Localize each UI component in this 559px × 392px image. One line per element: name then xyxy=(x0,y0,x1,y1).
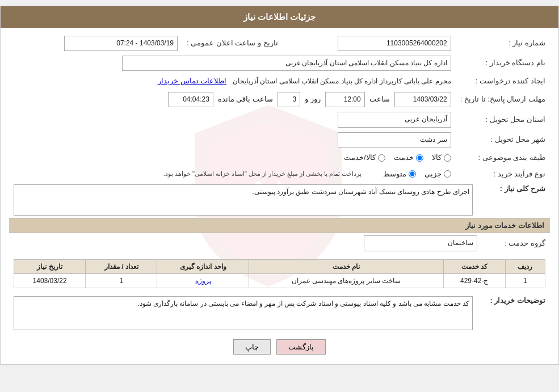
table-cell: ساخت سایر پروژه‌های مهندسی عمران xyxy=(249,273,443,288)
request-number-label: شماره نیاز : xyxy=(456,33,550,53)
radio-kala-khadamat-input[interactable] xyxy=(378,154,385,162)
remaining-label: ساعت باقی مانده xyxy=(218,94,273,106)
province-label: استان محل تحویل : xyxy=(456,109,550,129)
radio-kala-khadamat-label: کالا/خدمت xyxy=(344,152,376,164)
page-title: جزئیات اطلاعات نیاز xyxy=(243,12,316,22)
table-header: کد خدمت xyxy=(443,259,505,273)
deadline-date-field: 1403/03/22 xyxy=(394,92,451,107)
radio-jozee-input[interactable] xyxy=(444,170,451,178)
radio-khadamat: خدمت xyxy=(394,152,423,164)
creator-value: محرم علی یاباتی کاربرداز اداره کل بنیاد … xyxy=(9,73,456,90)
services-table: ردیفکد خدمتنام خدمتواحد اندازه گیریتعداد… xyxy=(14,259,545,288)
deadline-days-field: 3 xyxy=(278,92,300,107)
radio-khadamat-label: خدمت xyxy=(394,152,414,164)
deadline-days-label: روز و xyxy=(305,94,321,106)
deadline-row: 1403/03/22 ساعت 12:00 روز و 3 ساعت باقی … xyxy=(9,90,456,109)
city-value: سر دشت xyxy=(283,130,456,150)
purchase-type-label: نوع فرآیند خرید : xyxy=(456,166,550,183)
service-group-value: ساختمان xyxy=(9,233,482,253)
need-desc-section: شرح کلی نیاز : اجرای طرح هادی روستای نیس… xyxy=(9,182,550,218)
table-header: تعداد / مقدار xyxy=(86,259,157,273)
service-unit-link[interactable]: پروژه xyxy=(195,277,211,285)
back-button[interactable]: بازگشت xyxy=(276,339,326,355)
radio-motavasset: متوسط xyxy=(383,168,416,180)
table-header: تاریخ نیاز xyxy=(14,259,86,273)
province-field: آذربایجان غربی xyxy=(338,112,451,127)
deadline-time-label: ساعت xyxy=(369,94,390,106)
province-value: آذربایجان غربی xyxy=(283,109,456,129)
content-area: شماره نیاز : 1103005264000202 تاریخ و سا… xyxy=(9,33,550,361)
table-header: نام خدمت xyxy=(249,259,443,273)
radio-jozee-label: جزیی xyxy=(424,168,442,180)
table-header: واحد اندازه گیری xyxy=(157,259,249,273)
request-number-field: 1103005264000202 xyxy=(338,36,451,51)
radio-kala: کالا xyxy=(432,152,451,164)
deadline-label: مهلت ارسال پاسخ: تا تاریخ : xyxy=(456,90,550,109)
request-number-value: 1103005264000202 xyxy=(283,33,456,53)
category-label: طبقه بندی موضوعی : xyxy=(456,150,550,166)
purchase-desc: پرداخت تمام یا بخشی از مبلغ خریدار از مح… xyxy=(163,169,362,179)
need-desc-value: اجرای طرح هادی روستای نیسک آباد شهرستان … xyxy=(14,184,473,216)
buyer-notes-label: توضیحات خریدار : xyxy=(477,296,545,305)
basic-info-table: شماره نیاز : 1103005264000202 تاریخ و سا… xyxy=(9,33,550,182)
buyer-notes-section: توضیحات خریدار : کد خدمت مشابه می باشد و… xyxy=(9,294,550,332)
buyer-org-field: اداره کل بنیاد مسکن انقلاب اسلامی استان … xyxy=(122,56,451,71)
table-cell: 1403/03/22 xyxy=(14,273,86,288)
page-header: جزئیات اطلاعات نیاز xyxy=(1,6,558,28)
radio-kala-label: کالا xyxy=(432,152,442,164)
radio-kala-input[interactable] xyxy=(444,154,451,162)
contact-link[interactable]: اطلاعات تماس خریدار xyxy=(158,77,226,85)
service-group-field: ساختمان xyxy=(364,235,477,251)
table-cell: ج-42-429 xyxy=(443,273,505,288)
radio-khadamat-input[interactable] xyxy=(416,154,423,162)
deadline-time-field: 12:00 xyxy=(325,92,365,107)
radio-motavasset-input[interactable] xyxy=(409,170,416,178)
table-header: ردیف xyxy=(505,259,545,273)
buyer-notes-value: کد خدمت مشابه می باشد و کلیه اسناد پیوست… xyxy=(14,296,473,330)
print-button[interactable]: چاپ xyxy=(233,339,271,355)
table-cell: 1 xyxy=(505,273,545,288)
need-desc-label: شرح کلی نیاز : xyxy=(477,184,545,193)
table-row: 1ج-42-429ساخت سایر پروژه‌های مهندسی عمرا… xyxy=(14,273,545,288)
buyer-org-label: نام دستگاه خریدار : xyxy=(456,53,550,73)
buyer-org-value: اداره کل بنیاد مسکن انقلاب اسلامی استان … xyxy=(9,53,456,73)
service-group-label: گروه خدمت : xyxy=(482,233,550,253)
radio-motavasset-label: متوسط xyxy=(383,168,406,180)
service-group-table: گروه خدمت : ساختمان xyxy=(9,233,550,253)
category-row: کالا خدمت کالا/خدمت xyxy=(9,150,456,166)
announce-datetime-field: 1403/03/19 - 07:24 xyxy=(64,36,178,51)
purchase-type-row: جزیی متوسط پرداخت تمام یا بخشی از مبلغ خ… xyxy=(9,166,456,183)
announce-datetime-label: تاریخ و ساعت اعلان عمومی : xyxy=(182,33,283,53)
remaining-time-field: 04:04:23 xyxy=(168,92,213,107)
services-table-container: ردیفکد خدمتنام خدمتواحد اندازه گیریتعداد… xyxy=(9,254,550,294)
announce-datetime-value: 1403/03/19 - 07:24 xyxy=(9,33,182,53)
city-field: سر دشت xyxy=(338,132,451,147)
city-label: شهر محل تحویل : xyxy=(456,130,550,150)
buttons-row: بازگشت چاپ xyxy=(9,332,550,361)
table-cell: 1 xyxy=(86,273,157,288)
radio-jozee: جزیی xyxy=(424,168,451,180)
creator-text: محرم علی یاباتی کاربرداز اداره کل بنیاد … xyxy=(233,77,451,85)
services-section-title: اطلاعات خدمات مورد نیاز xyxy=(9,218,550,233)
radio-kala-khadamat: کالا/خدمت xyxy=(344,152,385,164)
creator-label: ایجاد کننده درخواست : xyxy=(456,73,550,90)
